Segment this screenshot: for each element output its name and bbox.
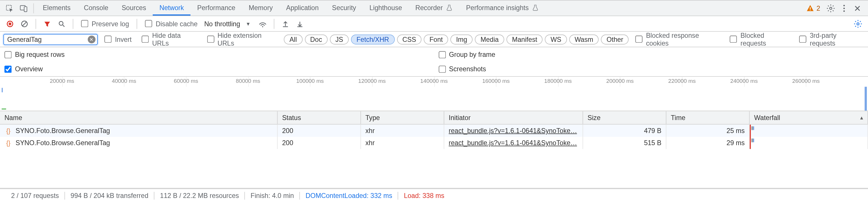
type-filter-wasm[interactable]: Wasm: [569, 34, 599, 45]
filter-bar: ✕ Invert Hide data URLs Hide extension U…: [0, 32, 868, 47]
timeline-overview[interactable]: 20000 ms40000 ms60000 ms80000 ms100000 m…: [0, 77, 868, 111]
throttling-select[interactable]: No throttling ▼: [202, 20, 255, 27]
big-rows-checkbox[interactable]: Big request rows: [4, 51, 65, 58]
network-toolbar: Preserve log Disable cache No throttling…: [0, 16, 868, 32]
tick-label: 120000 ms: [358, 78, 385, 84]
chevron-down-icon: ▼: [244, 21, 253, 26]
col-name[interactable]: Name: [0, 111, 278, 124]
inspect-icon[interactable]: [2, 1, 17, 15]
hide-extension-urls-checkbox[interactable]: Hide extension URLs: [204, 31, 281, 47]
type-filter-media[interactable]: Media: [475, 34, 504, 45]
tab-console[interactable]: Console: [77, 1, 115, 16]
tick-label: 260000 ms: [792, 78, 819, 84]
network-settings-icon[interactable]: [851, 17, 865, 30]
tab-sources[interactable]: Sources: [115, 1, 153, 16]
overview-checkbox[interactable]: Overview: [4, 65, 43, 73]
col-waterfall[interactable]: Waterfall▲: [749, 111, 868, 124]
timeline-marker: [2, 109, 6, 110]
table-row[interactable]: {}SYNO.Foto.Browse.GeneralTag200xhrreact…: [0, 137, 868, 149]
throttling-value: No throttling: [204, 20, 240, 27]
svg-point-14: [857, 23, 859, 25]
close-icon[interactable]: [851, 2, 863, 14]
device-toolbar-icon[interactable]: [17, 1, 31, 15]
upload-har-icon[interactable]: [279, 17, 292, 30]
col-time[interactable]: Time: [666, 111, 749, 124]
type-filter-font[interactable]: Font: [424, 34, 448, 45]
big-rows-label: Big request rows: [15, 51, 65, 58]
type-filter-other[interactable]: Other: [601, 34, 629, 45]
resource-type-filters: AllDocJSFetch/XHRCSSFontImgMediaManifest…: [284, 34, 629, 45]
tab-elements[interactable]: Elements: [36, 1, 77, 16]
initiator-link[interactable]: react_bundle.js?v=1.6.1-0641&SynoToke…: [449, 127, 577, 135]
tick-label: 160000 ms: [482, 78, 509, 84]
disable-cache-checkbox[interactable]: Disable cache: [142, 20, 201, 27]
invert-checkbox[interactable]: Invert: [101, 35, 135, 43]
cell-size: 479 B: [583, 125, 666, 137]
blocked-requests-checkbox[interactable]: Blocked requests: [726, 31, 793, 47]
type-filter-fetch-xhr[interactable]: Fetch/XHR: [351, 34, 395, 45]
gear-icon[interactable]: [825, 2, 837, 14]
separator: [35, 19, 36, 29]
tab-performance-insights[interactable]: Performance insights: [459, 1, 545, 16]
separator: [73, 19, 73, 29]
tick-label: 200000 ms: [606, 78, 634, 84]
filter-input[interactable]: [3, 34, 98, 45]
tab-recorder[interactable]: Recorder: [409, 1, 459, 16]
tick-label: 240000 ms: [730, 78, 757, 84]
type-filter-css[interactable]: CSS: [397, 34, 422, 45]
svg-rect-4: [810, 9, 811, 10]
group-by-frame-label: Group by frame: [449, 51, 495, 58]
type-filter-img[interactable]: Img: [451, 34, 473, 45]
record-button[interactable]: [3, 17, 17, 30]
type-filter-js[interactable]: JS: [330, 34, 349, 45]
screenshots-checkbox[interactable]: Screenshots: [438, 65, 486, 73]
devtools-tabstrip: ElementsConsoleSourcesNetworkPerformance…: [0, 1, 868, 16]
col-type[interactable]: Type: [361, 111, 444, 124]
type-filter-all[interactable]: All: [284, 34, 302, 45]
timeline-end-handle[interactable]: [865, 87, 867, 111]
tab-memory[interactable]: Memory: [242, 1, 280, 16]
separator: [137, 19, 137, 29]
svg-point-13: [262, 26, 264, 27]
tab-lighthouse[interactable]: Lighthouse: [363, 1, 409, 16]
download-har-icon[interactable]: [293, 17, 307, 30]
clear-filter-icon[interactable]: ✕: [88, 35, 95, 43]
blocked-response-checkbox[interactable]: Blocked response cookies: [632, 31, 723, 47]
tab-network[interactable]: Network: [153, 1, 190, 16]
svg-rect-2: [24, 6, 27, 11]
cell-status: 200: [278, 125, 361, 137]
cell-time: 25 ms: [666, 125, 749, 137]
network-conditions-icon[interactable]: [256, 17, 270, 30]
timeline-scrub[interactable]: [0, 87, 868, 111]
tick-label: 180000 ms: [545, 78, 572, 84]
blocked-response-label: Blocked response cookies: [646, 31, 720, 47]
search-icon[interactable]: [55, 17, 68, 30]
initiator-link[interactable]: react_bundle.js?v=1.6.1-0641&SynoToke…: [449, 139, 577, 147]
tabs: ElementsConsoleSourcesNetworkPerformance…: [36, 1, 545, 16]
tab-application[interactable]: Application: [280, 1, 326, 16]
type-filter-doc[interactable]: Doc: [305, 34, 328, 45]
svg-point-7: [843, 7, 845, 9]
tab-security[interactable]: Security: [326, 1, 363, 16]
table-row[interactable]: {}SYNO.Foto.Browse.GeneralTag200xhrreact…: [0, 125, 868, 137]
col-initiator[interactable]: Initiator: [444, 111, 583, 124]
col-status[interactable]: Status: [278, 111, 361, 124]
grid-body[interactable]: {}SYNO.Foto.Browse.GeneralTag200xhrreact…: [0, 125, 868, 188]
invert-label: Invert: [115, 35, 132, 43]
tab-performance[interactable]: Performance: [190, 1, 242, 16]
group-by-frame-checkbox[interactable]: Group by frame: [438, 51, 495, 58]
type-filter-manifest[interactable]: Manifest: [506, 34, 542, 45]
hide-extension-urls-label: Hide extension URLs: [218, 31, 277, 47]
filter-icon[interactable]: [41, 17, 54, 30]
third-party-checkbox[interactable]: 3rd-party requests: [796, 31, 865, 47]
kebab-icon[interactable]: [838, 2, 850, 14]
tick-label: 60000 ms: [174, 78, 198, 84]
clear-button[interactable]: [18, 17, 31, 30]
blocked-requests-label: Blocked requests: [741, 31, 789, 47]
col-size[interactable]: Size: [583, 111, 666, 124]
type-filter-ws[interactable]: WS: [545, 34, 567, 45]
hide-data-urls-checkbox[interactable]: Hide data URLs: [138, 31, 200, 47]
preserve-log-checkbox[interactable]: Preserve log: [78, 20, 132, 27]
cell-type: xhr: [361, 137, 444, 149]
warnings-badge[interactable]: 2: [803, 4, 824, 12]
